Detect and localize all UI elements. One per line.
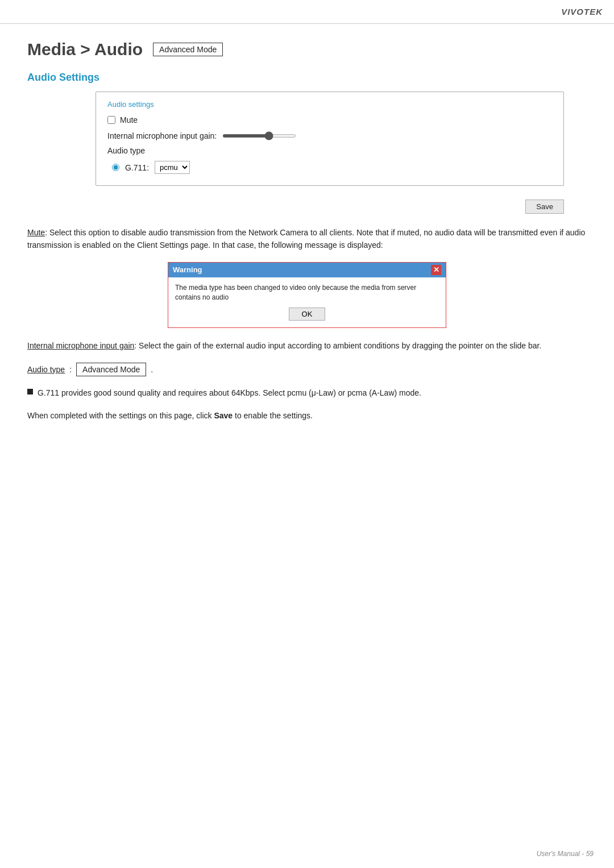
audio-type-label: Audio type xyxy=(107,146,552,155)
audio-settings-legend: Audio settings xyxy=(107,100,552,109)
save-note-bold: Save xyxy=(214,411,233,420)
pcmu-select[interactable]: pcmu pcma xyxy=(155,161,190,174)
mute-description: Mute: Select this option to disable audi… xyxy=(27,226,587,252)
bullet-g711-item: G.711 provides good sound quality and re… xyxy=(27,387,587,399)
g711-radio[interactable] xyxy=(112,164,119,171)
mute-label[interactable]: Mute xyxy=(120,115,138,124)
warning-body: The media type has been changed to video… xyxy=(168,277,446,328)
bullet-square-icon xyxy=(27,389,33,394)
audio-type-section: Audio type : Advanced Mode . xyxy=(27,363,587,376)
gain-term: Internal microphone input gain xyxy=(27,341,134,350)
gain-description: Internal microphone input gain: Select t… xyxy=(27,339,587,352)
warning-dialog: Warning ✕ The media type has been change… xyxy=(168,262,446,329)
warning-close-button[interactable]: ✕ xyxy=(431,265,441,275)
warning-title: Warning xyxy=(173,265,202,274)
section-heading: Audio Settings xyxy=(27,72,587,84)
page-title-row: Media > Audio Advanced Mode xyxy=(27,40,587,59)
page-wrapper: VIVOTEK Media > Audio Advanced Mode Audi… xyxy=(0,0,614,868)
gain-row: Internal microphone input gain: xyxy=(107,131,552,140)
gain-text: : Select the gain of the external audio … xyxy=(134,341,541,350)
advanced-mode-badge-title[interactable]: Advanced Mode xyxy=(153,43,223,56)
warning-ok-button[interactable]: OK xyxy=(289,308,326,321)
top-bar: VIVOTEK xyxy=(0,0,614,24)
mute-text: : Select this option to disable audio tr… xyxy=(27,228,585,250)
save-note-prefix: When completed with the settings on this… xyxy=(27,411,214,420)
main-content: Media > Audio Advanced Mode Audio Settin… xyxy=(0,24,614,455)
mute-term: Mute xyxy=(27,228,45,237)
warning-message: The media type has been changed to video… xyxy=(175,283,439,302)
save-button[interactable]: Save xyxy=(525,200,564,214)
advanced-mode-badge-audio-type[interactable]: Advanced Mode xyxy=(76,363,146,376)
save-note: When completed with the settings on this… xyxy=(27,409,587,422)
warning-ok-row: OK xyxy=(175,308,439,321)
page-title: Media > Audio xyxy=(27,40,143,59)
save-row: Save xyxy=(96,200,564,214)
mute-row: Mute xyxy=(107,115,552,124)
audio-type-colon: : xyxy=(69,365,72,374)
gain-label: Internal microphone input gain: xyxy=(107,131,217,140)
bullet-g711-text: G.711 provides good sound quality and re… xyxy=(38,387,421,399)
brand-name: VIVOTEK xyxy=(561,7,603,16)
audio-type-desc-row: Audio type : Advanced Mode . xyxy=(27,363,587,376)
audio-settings-box: Audio settings Mute Internal microphone … xyxy=(96,92,564,186)
audio-type-term: Audio type xyxy=(27,365,65,374)
bullet-list: G.711 provides good sound quality and re… xyxy=(27,387,587,399)
warning-title-bar: Warning ✕ xyxy=(168,263,446,277)
gain-slider[interactable] xyxy=(222,134,296,138)
g711-row: G.711: pcmu pcma xyxy=(112,161,552,174)
g711-label: G.711: xyxy=(125,163,149,172)
mute-checkbox[interactable] xyxy=(107,116,115,124)
save-note-suffix: to enable the settings. xyxy=(233,411,313,420)
audio-type-suffix: . xyxy=(151,365,153,374)
page-footer: User's Manual - 59 xyxy=(537,850,594,858)
